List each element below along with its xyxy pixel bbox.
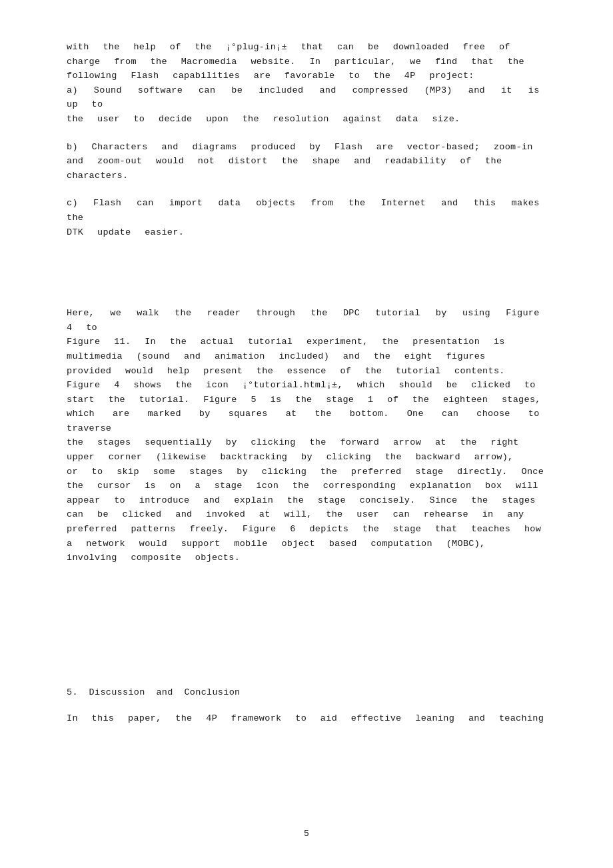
gap-1 xyxy=(67,253,546,306)
paragraph-1: with the help of the ¡°plug-in¡± that ca… xyxy=(67,40,546,127)
paragraph-2: b) Characters and diagrams produced by F… xyxy=(67,140,546,183)
paragraph-3: c) Flash can import data objects from th… xyxy=(67,196,546,239)
paragraph-1-text: with the help of the ¡°plug-in¡± that ca… xyxy=(67,42,546,124)
section-5-heading-text: 5. Discussion and Conclusion xyxy=(67,687,240,697)
page-number: 5 xyxy=(304,827,309,841)
paragraph-4-text: Here, we walk the reader through the DPC… xyxy=(67,308,546,563)
gap-2 xyxy=(67,579,546,685)
page: with the help of the ¡°plug-in¡± that ca… xyxy=(0,0,613,868)
paragraph-3-text: c) Flash can import data objects from th… xyxy=(67,198,546,237)
paragraph-2-text: b) Characters and diagrams produced by F… xyxy=(67,142,533,181)
paragraph-5: In this paper, the 4P framework to aid e… xyxy=(67,711,546,726)
paragraph-5-text: In this paper, the 4P framework to aid e… xyxy=(67,713,544,723)
section-5-heading: 5. Discussion and Conclusion xyxy=(67,685,546,700)
paragraph-4: Here, we walk the reader through the DPC… xyxy=(67,306,546,565)
page-number-text: 5 xyxy=(304,829,309,839)
